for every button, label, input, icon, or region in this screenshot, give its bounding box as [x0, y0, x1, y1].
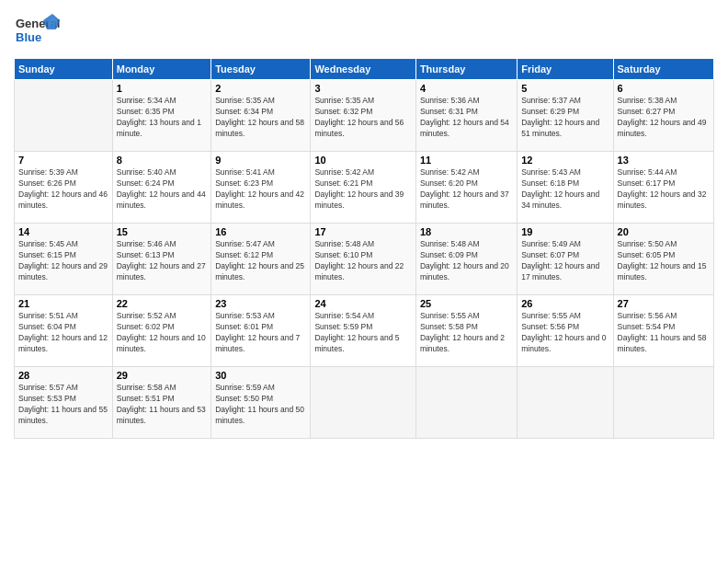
calendar-cell: 21Sunrise: 5:51 AMSunset: 6:04 PMDayligh… [15, 295, 113, 367]
calendar-cell: 26Sunrise: 5:55 AMSunset: 5:56 PMDayligh… [518, 295, 613, 367]
calendar-cell: 3Sunrise: 5:35 AMSunset: 6:32 PMDaylight… [311, 80, 416, 152]
cell-info: Sunrise: 5:55 AMSunset: 5:56 PMDaylight:… [521, 311, 609, 355]
day-number: 13 [618, 155, 710, 166]
day-number: 21 [18, 298, 108, 309]
calendar-cell: 29Sunrise: 5:58 AMSunset: 5:51 PMDayligh… [112, 367, 210, 439]
col-header-tuesday: Tuesday [211, 59, 311, 80]
calendar-cell: 4Sunrise: 5:36 AMSunset: 6:31 PMDaylight… [415, 80, 517, 152]
week-row-1: 1Sunrise: 5:34 AMSunset: 6:35 PMDaylight… [15, 80, 714, 152]
day-number: 28 [18, 370, 108, 381]
cell-info: Sunrise: 5:45 AMSunset: 6:15 PMDaylight:… [18, 239, 108, 283]
calendar-cell: 15Sunrise: 5:46 AMSunset: 6:13 PMDayligh… [112, 224, 210, 295]
day-number: 24 [314, 298, 412, 309]
day-number: 23 [215, 298, 306, 309]
day-number: 17 [314, 226, 412, 237]
logo-svg: General Blue [14, 9, 60, 51]
cell-info: Sunrise: 5:42 AMSunset: 6:20 PMDaylight:… [420, 167, 513, 212]
day-number: 18 [420, 226, 513, 237]
page: General Blue SundayMondayTuesdayWednesda… [0, 0, 728, 563]
svg-text:Blue: Blue [16, 30, 41, 44]
day-number: 16 [215, 226, 306, 237]
calendar-cell: 19Sunrise: 5:49 AMSunset: 6:07 PMDayligh… [518, 224, 613, 295]
calendar-cell: 28Sunrise: 5:57 AMSunset: 5:53 PMDayligh… [15, 367, 113, 439]
calendar-cell: 2Sunrise: 5:35 AMSunset: 6:34 PMDaylight… [211, 80, 311, 152]
col-header-friday: Friday [518, 59, 613, 80]
calendar-cell [311, 367, 416, 439]
cell-info: Sunrise: 5:50 AMSunset: 6:05 PMDaylight:… [618, 239, 710, 283]
cell-info: Sunrise: 5:54 AMSunset: 5:59 PMDaylight:… [314, 311, 412, 355]
day-number: 29 [117, 370, 207, 381]
day-number: 15 [117, 226, 207, 237]
day-number: 25 [420, 298, 513, 309]
day-number: 5 [521, 83, 609, 94]
day-number: 22 [117, 298, 207, 309]
day-number: 14 [18, 226, 108, 237]
calendar-cell: 25Sunrise: 5:55 AMSunset: 5:58 PMDayligh… [415, 295, 517, 367]
calendar-cell: 13Sunrise: 5:44 AMSunset: 6:17 PMDayligh… [613, 152, 713, 224]
cell-info: Sunrise: 5:49 AMSunset: 6:07 PMDaylight:… [521, 239, 609, 283]
day-number: 11 [420, 155, 513, 166]
day-number: 30 [215, 370, 306, 381]
calendar-cell: 17Sunrise: 5:48 AMSunset: 6:10 PMDayligh… [311, 224, 416, 295]
calendar-cell: 5Sunrise: 5:37 AMSunset: 6:29 PMDaylight… [518, 80, 613, 152]
calendar-cell [613, 367, 713, 439]
cell-info: Sunrise: 5:35 AMSunset: 6:34 PMDaylight:… [215, 96, 306, 140]
calendar-cell: 12Sunrise: 5:43 AMSunset: 6:18 PMDayligh… [518, 152, 613, 224]
col-header-wednesday: Wednesday [311, 59, 416, 80]
calendar-cell: 27Sunrise: 5:56 AMSunset: 5:54 PMDayligh… [613, 295, 713, 367]
cell-info: Sunrise: 5:59 AMSunset: 5:50 PMDaylight:… [215, 383, 306, 427]
cell-info: Sunrise: 5:39 AMSunset: 6:26 PMDaylight:… [18, 167, 108, 212]
day-number: 6 [618, 83, 710, 94]
cell-info: Sunrise: 5:53 AMSunset: 6:01 PMDaylight:… [215, 311, 306, 355]
header-row: SundayMondayTuesdayWednesdayThursdayFrid… [15, 59, 714, 80]
week-row-5: 28Sunrise: 5:57 AMSunset: 5:53 PMDayligh… [15, 367, 714, 439]
col-header-thursday: Thursday [415, 59, 517, 80]
day-number: 9 [215, 155, 306, 166]
calendar-cell [415, 367, 517, 439]
col-header-saturday: Saturday [613, 59, 713, 80]
week-row-4: 21Sunrise: 5:51 AMSunset: 6:04 PMDayligh… [15, 295, 714, 367]
cell-info: Sunrise: 5:48 AMSunset: 6:09 PMDaylight:… [420, 239, 513, 283]
cell-info: Sunrise: 5:48 AMSunset: 6:10 PMDaylight:… [314, 239, 412, 283]
cell-info: Sunrise: 5:43 AMSunset: 6:18 PMDaylight:… [521, 167, 609, 212]
day-number: 8 [117, 155, 207, 166]
calendar-table: SundayMondayTuesdayWednesdayThursdayFrid… [14, 58, 714, 439]
calendar-cell: 22Sunrise: 5:52 AMSunset: 6:02 PMDayligh… [112, 295, 210, 367]
calendar-cell: 30Sunrise: 5:59 AMSunset: 5:50 PMDayligh… [211, 367, 311, 439]
day-number: 2 [215, 83, 306, 94]
logo: General Blue [14, 9, 60, 51]
day-number: 20 [618, 226, 710, 237]
cell-info: Sunrise: 5:34 AMSunset: 6:35 PMDaylight:… [117, 96, 207, 140]
cell-info: Sunrise: 5:55 AMSunset: 5:58 PMDaylight:… [420, 311, 513, 355]
day-number: 7 [18, 155, 108, 166]
cell-info: Sunrise: 5:41 AMSunset: 6:23 PMDaylight:… [215, 167, 306, 212]
calendar-cell: 6Sunrise: 5:38 AMSunset: 6:27 PMDaylight… [613, 80, 713, 152]
calendar-cell: 18Sunrise: 5:48 AMSunset: 6:09 PMDayligh… [415, 224, 517, 295]
cell-info: Sunrise: 5:47 AMSunset: 6:12 PMDaylight:… [215, 239, 306, 283]
calendar-cell: 14Sunrise: 5:45 AMSunset: 6:15 PMDayligh… [15, 224, 113, 295]
day-number: 12 [521, 155, 609, 166]
calendar-cell: 11Sunrise: 5:42 AMSunset: 6:20 PMDayligh… [415, 152, 517, 224]
calendar-cell: 7Sunrise: 5:39 AMSunset: 6:26 PMDaylight… [15, 152, 113, 224]
col-header-sunday: Sunday [15, 59, 113, 80]
cell-info: Sunrise: 5:44 AMSunset: 6:17 PMDaylight:… [618, 167, 710, 212]
header: General Blue [14, 9, 714, 51]
cell-info: Sunrise: 5:36 AMSunset: 6:31 PMDaylight:… [420, 96, 513, 140]
cell-info: Sunrise: 5:57 AMSunset: 5:53 PMDaylight:… [18, 383, 108, 427]
calendar-cell: 16Sunrise: 5:47 AMSunset: 6:12 PMDayligh… [211, 224, 311, 295]
day-number: 19 [521, 226, 609, 237]
day-number: 4 [420, 83, 513, 94]
col-header-monday: Monday [112, 59, 210, 80]
day-number: 27 [618, 298, 710, 309]
cell-info: Sunrise: 5:42 AMSunset: 6:21 PMDaylight:… [314, 167, 412, 212]
week-row-3: 14Sunrise: 5:45 AMSunset: 6:15 PMDayligh… [15, 224, 714, 295]
day-number: 10 [314, 155, 412, 166]
cell-info: Sunrise: 5:56 AMSunset: 5:54 PMDaylight:… [618, 311, 710, 355]
cell-info: Sunrise: 5:35 AMSunset: 6:32 PMDaylight:… [314, 96, 412, 140]
cell-info: Sunrise: 5:51 AMSunset: 6:04 PMDaylight:… [18, 311, 108, 355]
day-number: 1 [117, 83, 207, 94]
cell-info: Sunrise: 5:38 AMSunset: 6:27 PMDaylight:… [618, 96, 710, 140]
day-number: 26 [521, 298, 609, 309]
calendar-cell: 24Sunrise: 5:54 AMSunset: 5:59 PMDayligh… [311, 295, 416, 367]
calendar-cell [15, 80, 113, 152]
